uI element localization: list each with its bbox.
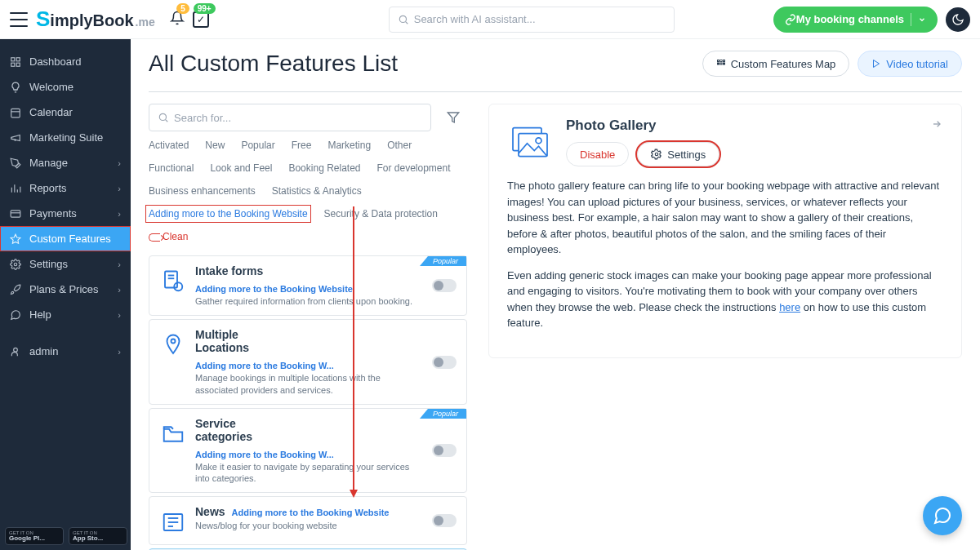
instructions-link[interactable]: here — [779, 301, 800, 313]
feature-toggle[interactable] — [432, 356, 457, 369]
locations-icon — [159, 331, 187, 359]
rocket-icon — [10, 284, 21, 295]
sidebar-item-marketing[interactable]: Marketing Suite — [0, 125, 131, 150]
chip-booking-related[interactable]: Booking Related — [288, 162, 360, 174]
chip-clean[interactable]: Clean — [149, 231, 188, 242]
help-icon — [10, 309, 21, 321]
sidebar-item-help[interactable]: Help› — [0, 302, 131, 327]
feature-detail-panel: Photo Gallery Disable Settings — [488, 104, 962, 358]
sidebar-item-manage[interactable]: Manage› — [0, 150, 131, 175]
chip-free[interactable]: Free — [292, 140, 312, 151]
feature-card-intake-forms[interactable]: Popular Intake formsAdding more to the B… — [149, 255, 467, 316]
chip-activated[interactable]: Activated — [149, 140, 189, 151]
feature-card-news[interactable]: NewsAdding more to the Booking Website N… — [149, 496, 467, 545]
news-icon — [159, 508, 187, 536]
theme-toggle-button[interactable] — [946, 7, 970, 32]
svg-rect-22 — [723, 63, 724, 64]
sidebar-item-admin[interactable]: admin› — [0, 339, 131, 364]
svg-point-15 — [14, 263, 17, 266]
annotation-arrow — [353, 206, 354, 496]
chip-popular[interactable]: Popular — [241, 140, 274, 151]
chat-icon — [933, 506, 952, 526]
svg-marker-23 — [874, 60, 880, 68]
main-content: All Custom Features List Custom Features… — [131, 39, 980, 550]
video-tutorial-button[interactable]: Video tutorial — [858, 51, 962, 77]
svg-point-30 — [174, 282, 182, 291]
settings-button[interactable]: Settings — [637, 142, 719, 166]
app-store-badge[interactable]: GET IT ONApp Sto... — [69, 527, 127, 545]
calendar-check-button[interactable]: ✓ 99+ — [193, 11, 209, 28]
svg-rect-17 — [717, 60, 719, 62]
filter-icon — [447, 111, 460, 124]
svg-line-1 — [405, 21, 408, 24]
chip-functional[interactable]: Functional — [149, 162, 194, 174]
sidebar-item-welcome[interactable]: Welcome — [0, 74, 131, 100]
filter-button[interactable] — [439, 104, 467, 131]
sidebar-item-dashboard[interactable]: Dashboard — [0, 49, 131, 74]
feature-card-service-categories[interactable]: Popular Service categoriesAdding more to… — [149, 408, 467, 494]
svg-rect-20 — [717, 63, 719, 64]
feature-toggle[interactable] — [432, 279, 457, 292]
detail-title: Photo Gallery — [566, 118, 917, 134]
folder-icon — [159, 420, 187, 448]
global-search-input[interactable]: Search with AI assistant... — [389, 7, 675, 33]
sidebar-item-custom-features[interactable]: Custom Features — [0, 226, 131, 251]
svg-rect-5 — [16, 63, 20, 66]
features-map-button[interactable]: Custom Features Map — [702, 51, 850, 77]
menu-toggle-icon[interactable] — [10, 12, 28, 27]
app-store-badges: GET IT ONGoogle Pl... GET IT ONApp Sto..… — [5, 527, 127, 545]
chip-adding-more[interactable]: Adding more to the Booking Website — [149, 208, 308, 220]
sidebar-item-plans[interactable]: Plans & Prices› — [0, 277, 131, 302]
svg-line-25 — [166, 120, 168, 122]
svg-rect-19 — [723, 60, 724, 62]
link-icon — [785, 14, 796, 25]
sidebar-item-calendar[interactable]: Calendar — [0, 100, 131, 125]
topbar: SimplyBook.me 5 ✓ 99+ Search with AI ass… — [0, 0, 980, 39]
feature-toggle[interactable] — [432, 514, 457, 527]
sidebar-item-payments[interactable]: Payments› — [0, 201, 131, 226]
user-icon — [10, 346, 21, 357]
chip-other[interactable]: Other — [387, 140, 412, 151]
svg-rect-6 — [11, 109, 20, 118]
feature-search-input[interactable]: Search for... — [149, 104, 431, 131]
svg-rect-27 — [165, 272, 177, 288]
svg-rect-18 — [720, 60, 722, 62]
chat-fab[interactable] — [923, 496, 962, 535]
grid-icon — [10, 56, 21, 68]
google-play-badge[interactable]: GET IT ONGoogle Pl... — [5, 527, 64, 545]
moon-icon — [951, 13, 964, 26]
booking-channels-button[interactable]: My booking channels — [773, 7, 938, 33]
search-icon — [158, 112, 169, 123]
chip-stats-analytics[interactable]: Statistics & Analytics — [272, 185, 362, 197]
chip-security[interactable]: Security & Data protection — [324, 208, 438, 220]
sidebar-item-reports[interactable]: Reports› — [0, 175, 131, 201]
notifications-button[interactable]: 5 — [170, 10, 185, 29]
feature-card-multiple-locations[interactable]: Multiple LocationsAdding more to the Boo… — [149, 319, 467, 405]
pen-icon — [10, 157, 21, 169]
svg-rect-21 — [720, 63, 722, 64]
chip-new[interactable]: New — [205, 140, 225, 151]
star-icon — [10, 233, 21, 245]
popular-badge: Popular — [420, 409, 466, 419]
svg-point-42 — [656, 153, 659, 156]
sidebar-item-settings[interactable]: Settings› — [0, 251, 131, 277]
svg-rect-40 — [519, 134, 547, 157]
chip-business-enh[interactable]: Business enhancements — [149, 185, 256, 197]
chip-look-feel[interactable]: Look and Feel — [210, 162, 272, 174]
svg-point-0 — [399, 16, 406, 22]
bulb-icon — [10, 82, 21, 93]
page-title: All Custom Features List — [149, 51, 398, 77]
popular-badge: Popular — [420, 256, 466, 266]
chip-for-development[interactable]: For development — [377, 162, 451, 174]
svg-point-24 — [159, 113, 166, 120]
svg-rect-3 — [16, 57, 20, 60]
chip-marketing[interactable]: Marketing — [327, 140, 371, 151]
intake-forms-icon — [159, 268, 187, 295]
search-placeholder: Search with AI assistant... — [414, 13, 536, 25]
feature-toggle[interactable] — [432, 444, 457, 457]
logo[interactable]: SimplyBook.me — [36, 7, 155, 32]
card-icon — [10, 208, 21, 220]
disable-button[interactable]: Disable — [566, 142, 629, 166]
svg-rect-12 — [11, 210, 20, 216]
collapse-icon[interactable] — [930, 118, 943, 131]
